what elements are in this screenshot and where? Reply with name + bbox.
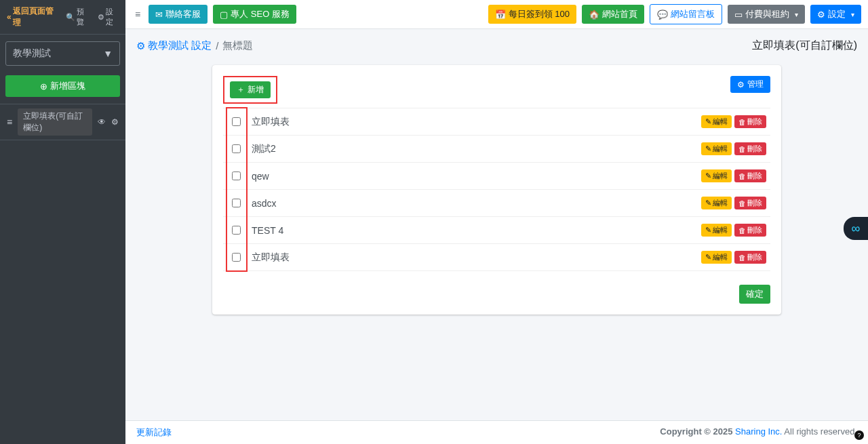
delete-label: 刪除 (747, 144, 762, 154)
contact-label: 聯絡客服 (165, 8, 201, 20)
settings-label: 設定 (828, 8, 846, 20)
sidebar-settings-label: 設定 (106, 7, 119, 27)
edit-button[interactable]: ✎編輯 (701, 197, 732, 209)
delete-button[interactable]: 🗑刪除 (734, 224, 766, 237)
contact-button[interactable]: ✉ 聯絡客服 (149, 5, 208, 24)
chevron-double-left-icon: « (7, 12, 12, 22)
panel-toolbar: ＋ 新增 ⚙ 管理 (223, 76, 770, 104)
delete-button[interactable]: 🗑刪除 (734, 142, 766, 155)
row-name: 立即填表 (252, 116, 694, 128)
sidebar-settings-link[interactable]: ⚙ 設定 (98, 7, 119, 27)
row-checkbox[interactable] (232, 199, 241, 207)
trash-icon: 🗑 (738, 226, 746, 235)
manage-button[interactable]: ⚙ 管理 (730, 76, 770, 93)
seo-label: 專人 SEO 服務 (231, 8, 290, 20)
checkin-button[interactable]: 📅 每日簽到領 100 (488, 5, 576, 24)
delete-button[interactable]: 🗑刪除 (734, 115, 766, 128)
guestbook-label: 網站留言板 (671, 8, 715, 20)
pencil-icon: ✎ (705, 226, 711, 235)
copyright-pre: Copyright © 2025 (660, 426, 735, 437)
seo-button[interactable]: ▢ 專人 SEO 服務 (213, 5, 296, 24)
trash-icon: 🗑 (738, 172, 746, 180)
delete-button[interactable]: 🗑刪除 (734, 169, 766, 182)
pencil-icon: ✎ (705, 253, 711, 262)
pencil-icon: ✎ (705, 144, 711, 153)
brand-link[interactable]: Sharing Inc. (735, 426, 782, 437)
row-checkbox[interactable] (232, 117, 241, 126)
preview-link[interactable]: 🔍 預覽 (66, 7, 90, 27)
edit-label: 編輯 (713, 225, 728, 235)
site-name: 教學測試 (13, 47, 51, 60)
edit-label: 編輯 (713, 117, 728, 127)
row-name: qew (252, 171, 694, 182)
home-label: 網站首頁 (602, 8, 637, 20)
edit-button[interactable]: ✎編輯 (701, 251, 732, 264)
table-row: 立即填表✎編輯🗑刪除 (223, 108, 770, 136)
delete-label: 刪除 (747, 198, 762, 208)
corner-badge[interactable]: ? (854, 430, 864, 440)
plus-circle-icon: ⊕ (40, 81, 47, 92)
delete-button[interactable]: 🗑刪除 (734, 197, 766, 209)
infinity-icon: ∞ (852, 222, 861, 236)
pencil-icon: ✎ (705, 117, 711, 126)
add-highlight-box: ＋ 新增 (223, 76, 277, 104)
page-title: 立即填表(可自訂欄位) (752, 39, 857, 53)
row-checkbox[interactable] (232, 171, 241, 180)
add-button[interactable]: ＋ 新增 (230, 81, 271, 98)
checkin-label: 每日簽到領 100 (509, 8, 570, 20)
guestbook-button[interactable]: 💬 網站留言板 (650, 4, 722, 24)
floating-help-button[interactable]: ∞ (844, 217, 868, 240)
list-wrap: 立即填表✎編輯🗑刪除測試2✎編輯🗑刪除qew✎編輯🗑刪除asdcx✎編輯🗑刪除T… (223, 108, 770, 271)
delete-label: 刪除 (747, 171, 762, 181)
trash-icon: 🗑 (738, 254, 746, 262)
breadcrumb-root-label: 教學測試 設定 (148, 39, 212, 52)
edit-button[interactable]: ✎編輯 (701, 224, 732, 237)
edit-button[interactable]: ✎編輯 (701, 142, 732, 155)
calendar-icon: 📅 (495, 9, 506, 20)
preview-label: 預覽 (77, 7, 90, 27)
breadcrumb-current: 無標題 (222, 39, 253, 52)
plus-icon: ＋ (237, 84, 245, 96)
delete-button[interactable]: 🗑刪除 (734, 251, 766, 264)
breadcrumb-row: ⚙ 教學測試 設定 / 無標題 立即填表(可自訂欄位) (125, 29, 868, 58)
edit-label: 編輯 (713, 198, 728, 208)
settings-dropdown[interactable]: ⚙ 設定 (810, 5, 861, 24)
row-name: 立即填表 (252, 251, 694, 264)
trash-icon: 🗑 (738, 199, 746, 207)
changelog-link[interactable]: 更新記錄 (136, 426, 172, 439)
row-name: TEST 4 (252, 225, 694, 236)
edit-button[interactable]: ✎編輯 (701, 115, 732, 128)
gear-icon: ⚙ (136, 40, 145, 52)
breadcrumb: ⚙ 教學測試 設定 / 無標題 (136, 39, 253, 52)
site-selector[interactable]: 教學測試 ▼ (5, 41, 120, 66)
breadcrumb-root-link[interactable]: ⚙ 教學測試 設定 (136, 39, 212, 52)
gear-icon[interactable]: ⚙ (111, 117, 119, 127)
table-row: 測試2✎編輯🗑刪除 (223, 136, 770, 163)
gear-icon: ⚙ (98, 13, 104, 22)
sidebar-top: « 返回頁面管理 🔍 預覽 ⚙ 設定 (0, 0, 125, 35)
back-label: 返回頁面管理 (13, 5, 58, 28)
row-name: asdcx (252, 198, 694, 209)
confirm-button[interactable]: 確定 (739, 285, 770, 304)
block-chip[interactable]: 立即填表(可自訂欄位) (18, 108, 92, 136)
back-to-pages-link[interactable]: « 返回頁面管理 (7, 5, 58, 28)
caret-down-icon: ▼ (103, 48, 113, 59)
row-checkbox[interactable] (232, 253, 241, 262)
row-checkbox[interactable] (232, 226, 241, 235)
gear-icon: ⚙ (817, 9, 825, 20)
table-row: qew✎編輯🗑刪除 (223, 163, 770, 190)
row-checkbox[interactable] (232, 144, 241, 153)
edit-button[interactable]: ✎編輯 (701, 169, 732, 182)
table-row: 立即填表✎編輯🗑刪除 (223, 244, 770, 271)
add-label: 新增 (248, 84, 264, 96)
manage-label: 管理 (747, 79, 764, 90)
billing-dropdown[interactable]: ▭ 付費與租約 (728, 5, 805, 24)
edit-label: 編輯 (713, 171, 728, 181)
comment-icon: 💬 (657, 9, 668, 20)
drag-handle-icon[interactable]: ≡ (7, 117, 12, 127)
site-home-button[interactable]: 🏠 網站首頁 (582, 5, 644, 24)
add-block-button[interactable]: ⊕ 新增區塊 (5, 75, 120, 97)
eye-icon[interactable]: 👁 (98, 117, 106, 127)
menu-toggle-icon[interactable]: ≡ (132, 6, 143, 22)
edit-label: 編輯 (713, 252, 728, 262)
